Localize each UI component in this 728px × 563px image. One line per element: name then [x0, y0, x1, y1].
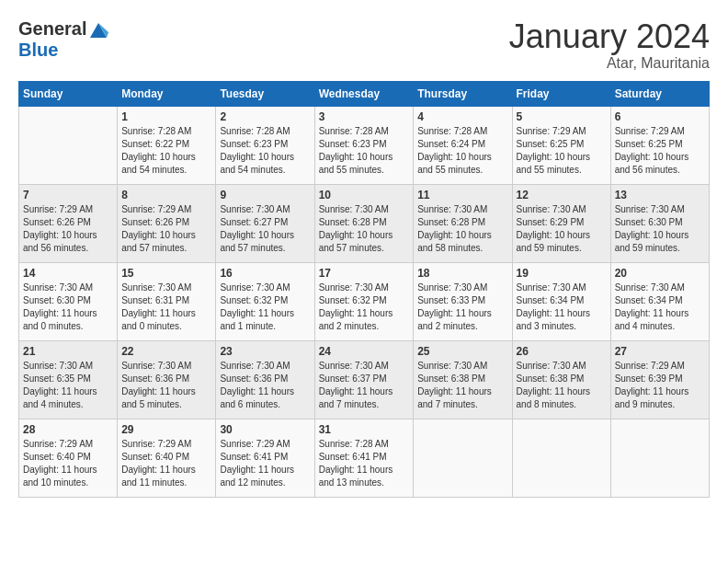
day-info: Sunrise: 7:28 AM Sunset: 6:23 PM Dayligh…: [220, 125, 310, 177]
calendar-cell: 1Sunrise: 7:28 AM Sunset: 6:22 PM Daylig…: [118, 106, 216, 184]
logo-blue-text: Blue: [18, 40, 58, 61]
calendar-cell: 12Sunrise: 7:30 AM Sunset: 6:29 PM Dayli…: [512, 184, 610, 262]
day-header-friday: Friday: [512, 81, 610, 106]
day-info: Sunrise: 7:29 AM Sunset: 6:25 PM Dayligh…: [517, 125, 607, 177]
day-header-saturday: Saturday: [610, 81, 709, 106]
day-number: 1: [121, 110, 211, 123]
day-header-tuesday: Tuesday: [216, 81, 314, 106]
day-info: Sunrise: 7:29 AM Sunset: 6:26 PM Dayligh…: [121, 203, 211, 255]
calendar-cell: [610, 419, 709, 497]
day-info: Sunrise: 7:29 AM Sunset: 6:40 PM Dayligh…: [121, 438, 211, 489]
calendar-cell: 28Sunrise: 7:29 AM Sunset: 6:40 PM Dayli…: [19, 419, 118, 497]
day-info: Sunrise: 7:30 AM Sunset: 6:30 PM Dayligh…: [23, 282, 113, 333]
logo-icon: [88, 19, 108, 40]
calendar-cell: 31Sunrise: 7:28 AM Sunset: 6:41 PM Dayli…: [314, 419, 414, 497]
day-info: Sunrise: 7:30 AM Sunset: 6:28 PM Dayligh…: [417, 203, 507, 255]
day-info: Sunrise: 7:29 AM Sunset: 6:39 PM Dayligh…: [615, 360, 705, 411]
day-number: 13: [615, 189, 705, 201]
day-info: Sunrise: 7:30 AM Sunset: 6:38 PM Dayligh…: [517, 360, 607, 411]
day-number: 2: [220, 110, 310, 123]
calendar-cell: 27Sunrise: 7:29 AM Sunset: 6:39 PM Dayli…: [610, 340, 709, 419]
day-info: Sunrise: 7:30 AM Sunset: 6:35 PM Dayligh…: [23, 360, 113, 411]
day-info: Sunrise: 7:30 AM Sunset: 6:36 PM Dayligh…: [220, 360, 310, 411]
day-number: 25: [417, 345, 507, 358]
calendar-cell: 15Sunrise: 7:30 AM Sunset: 6:31 PM Dayli…: [118, 262, 216, 340]
day-info: Sunrise: 7:30 AM Sunset: 6:32 PM Dayligh…: [319, 282, 410, 333]
calendar-cell: 10Sunrise: 7:30 AM Sunset: 6:28 PM Dayli…: [314, 184, 414, 262]
day-number: 23: [220, 345, 310, 358]
day-number: 31: [319, 423, 410, 436]
calendar-cell: 7Sunrise: 7:29 AM Sunset: 6:26 PM Daylig…: [19, 184, 118, 262]
calendar-cell: [512, 419, 610, 497]
logo-general-text: General: [18, 18, 86, 40]
calendar-cell: 9Sunrise: 7:30 AM Sunset: 6:27 PM Daylig…: [216, 184, 314, 262]
day-number: 12: [517, 189, 607, 201]
calendar-table: SundayMondayTuesdayWednesdayThursdayFrid…: [18, 81, 710, 498]
day-info: Sunrise: 7:28 AM Sunset: 6:24 PM Dayligh…: [417, 125, 507, 177]
calendar-cell: 29Sunrise: 7:29 AM Sunset: 6:40 PM Dayli…: [118, 419, 216, 497]
day-number: 21: [23, 345, 113, 358]
day-number: 6: [615, 110, 705, 123]
day-info: Sunrise: 7:30 AM Sunset: 6:32 PM Dayligh…: [220, 282, 310, 333]
calendar-cell: 20Sunrise: 7:30 AM Sunset: 6:34 PM Dayli…: [610, 262, 709, 340]
day-info: Sunrise: 7:30 AM Sunset: 6:31 PM Dayligh…: [121, 282, 211, 333]
calendar-week-row: 14Sunrise: 7:30 AM Sunset: 6:30 PM Dayli…: [19, 262, 710, 340]
day-number: 18: [417, 267, 507, 280]
day-header-monday: Monday: [118, 81, 216, 106]
calendar-cell: 24Sunrise: 7:30 AM Sunset: 6:37 PM Dayli…: [314, 340, 414, 419]
calendar-cell: 18Sunrise: 7:30 AM Sunset: 6:33 PM Dayli…: [414, 262, 512, 340]
calendar-week-row: 1Sunrise: 7:28 AM Sunset: 6:22 PM Daylig…: [19, 106, 710, 184]
day-number: 15: [121, 267, 211, 280]
day-number: 19: [517, 267, 607, 280]
calendar-cell: 14Sunrise: 7:30 AM Sunset: 6:30 PM Dayli…: [19, 262, 118, 340]
day-number: 9: [220, 189, 310, 201]
calendar-cell: 13Sunrise: 7:30 AM Sunset: 6:30 PM Dayli…: [610, 184, 709, 262]
day-number: 11: [417, 189, 507, 201]
day-number: 14: [23, 267, 113, 280]
calendar-week-row: 28Sunrise: 7:29 AM Sunset: 6:40 PM Dayli…: [19, 419, 710, 497]
day-header-thursday: Thursday: [414, 81, 512, 106]
calendar-week-row: 21Sunrise: 7:30 AM Sunset: 6:35 PM Dayli…: [19, 340, 710, 419]
day-info: Sunrise: 7:30 AM Sunset: 6:27 PM Dayligh…: [220, 203, 310, 255]
day-info: Sunrise: 7:30 AM Sunset: 6:38 PM Dayligh…: [417, 360, 507, 411]
day-info: Sunrise: 7:30 AM Sunset: 6:34 PM Dayligh…: [517, 282, 607, 333]
day-number: 3: [319, 110, 410, 123]
day-info: Sunrise: 7:30 AM Sunset: 6:36 PM Dayligh…: [121, 360, 211, 411]
calendar-cell: 5Sunrise: 7:29 AM Sunset: 6:25 PM Daylig…: [512, 106, 610, 184]
day-info: Sunrise: 7:30 AM Sunset: 6:30 PM Dayligh…: [615, 203, 705, 255]
calendar-cell: 17Sunrise: 7:30 AM Sunset: 6:32 PM Dayli…: [314, 262, 414, 340]
day-number: 10: [319, 189, 410, 201]
day-number: 27: [615, 345, 705, 358]
day-number: 26: [517, 345, 607, 358]
day-number: 16: [220, 267, 310, 280]
day-number: 5: [517, 110, 607, 123]
calendar-cell: 21Sunrise: 7:30 AM Sunset: 6:35 PM Dayli…: [19, 340, 118, 419]
day-header-wednesday: Wednesday: [314, 81, 414, 106]
calendar-body: 1Sunrise: 7:28 AM Sunset: 6:22 PM Daylig…: [19, 106, 710, 497]
calendar-cell: 22Sunrise: 7:30 AM Sunset: 6:36 PM Dayli…: [118, 340, 216, 419]
day-info: Sunrise: 7:30 AM Sunset: 6:34 PM Dayligh…: [615, 282, 705, 333]
day-number: 20: [615, 267, 705, 280]
calendar-cell: [19, 106, 118, 184]
day-info: Sunrise: 7:28 AM Sunset: 6:23 PM Dayligh…: [319, 125, 410, 177]
day-number: 7: [23, 189, 113, 201]
day-number: 28: [23, 423, 113, 436]
calendar-cell: [414, 419, 512, 497]
day-info: Sunrise: 7:30 AM Sunset: 6:33 PM Dayligh…: [417, 282, 507, 333]
day-number: 8: [121, 189, 211, 201]
calendar-week-row: 7Sunrise: 7:29 AM Sunset: 6:26 PM Daylig…: [19, 184, 710, 262]
day-number: 17: [319, 267, 410, 280]
calendar-cell: 4Sunrise: 7:28 AM Sunset: 6:24 PM Daylig…: [414, 106, 512, 184]
calendar-cell: 2Sunrise: 7:28 AM Sunset: 6:23 PM Daylig…: [216, 106, 314, 184]
calendar-cell: 26Sunrise: 7:30 AM Sunset: 6:38 PM Dayli…: [512, 340, 610, 419]
month-title: January 2024: [509, 18, 710, 55]
calendar-cell: 30Sunrise: 7:29 AM Sunset: 6:41 PM Dayli…: [216, 419, 314, 497]
calendar-cell: 11Sunrise: 7:30 AM Sunset: 6:28 PM Dayli…: [414, 184, 512, 262]
day-number: 4: [417, 110, 507, 123]
day-info: Sunrise: 7:29 AM Sunset: 6:41 PM Dayligh…: [220, 438, 310, 489]
calendar-cell: 8Sunrise: 7:29 AM Sunset: 6:26 PM Daylig…: [118, 184, 216, 262]
day-info: Sunrise: 7:30 AM Sunset: 6:37 PM Dayligh…: [319, 360, 410, 411]
location-title: Atar, Mauritania: [509, 55, 710, 72]
day-info: Sunrise: 7:30 AM Sunset: 6:28 PM Dayligh…: [319, 203, 410, 255]
day-info: Sunrise: 7:28 AM Sunset: 6:41 PM Dayligh…: [319, 438, 410, 489]
